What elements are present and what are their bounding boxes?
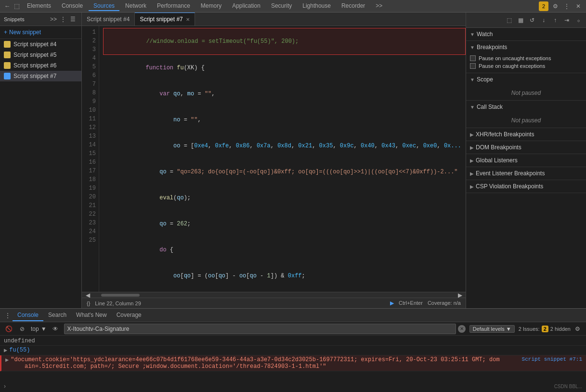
split-pane-icon[interactable]: ⬚ — [504, 15, 514, 25]
console-input[interactable] — [9, 382, 551, 391]
right-panel: ⬚ ▦ ↺ ↓ ↑ ⇥ ⬦ ▼ Watch ▼ Breakpoints — [466, 13, 586, 308]
step-out-icon[interactable]: ⇥ — [562, 15, 572, 25]
console-tab-whatsnew[interactable]: What's New — [71, 310, 112, 321]
snippet-item-4[interactable]: Script snippet #4 — [0, 39, 81, 50]
tab-application[interactable]: Application — [227, 1, 265, 11]
new-snippet-button[interactable]: + New snippet — [0, 26, 81, 39]
context-dropdown-icon[interactable]: ▼ — [41, 326, 47, 332]
tab-more[interactable]: >> — [371, 1, 387, 11]
scope-not-paused: Not paused — [466, 86, 586, 100]
tab-recorder[interactable]: Recorder — [337, 1, 370, 11]
console-output: undefined ▶ fu(55) ▶ "document.cookie='h… — [0, 336, 586, 380]
customize-icon[interactable]: ⋮ — [562, 1, 572, 11]
issues-text: 2 Issues: — [519, 326, 540, 332]
snippet-item-5[interactable]: Script snippet #5 — [0, 50, 81, 60]
pause-uncaught-row: Pause on uncaught exceptions — [470, 55, 582, 61]
pause-uncaught-label: Pause on uncaught exceptions — [479, 55, 551, 61]
breakpoints-header[interactable]: ▼ Breakpoints — [466, 41, 586, 53]
settings-console-icon[interactable]: ⚙ — [573, 324, 582, 334]
deactivate-icon[interactable]: ⬦ — [573, 15, 583, 25]
step-into-icon[interactable]: ↑ — [550, 15, 560, 25]
resume-icon[interactable]: ↺ — [527, 15, 537, 25]
cookie-text: "document.cookie='https_ydclearance=4ee6… — [11, 356, 520, 370]
call-stack-chevron: ▼ — [470, 105, 475, 110]
csp-header[interactable]: ▶ CSP Violation Breakpoints — [466, 180, 586, 193]
close-icon[interactable]: ✕ — [573, 1, 583, 11]
code-line-7: eval(qo); — [103, 185, 466, 211]
xhr-breakpoints-section: ▶ XHR/fetch Breakpoints — [466, 128, 586, 141]
event-chevron: ▶ — [470, 171, 474, 176]
pause-uncaught-checkbox[interactable] — [470, 55, 476, 61]
clear-console-icon[interactable]: 🚫 — [4, 324, 13, 334]
snippet-name-6: Script snippet #6 — [13, 62, 56, 69]
sidebar-toggle-icon[interactable]: ☰ — [68, 14, 78, 24]
step-over-icon[interactable]: ↓ — [539, 15, 548, 25]
scroll-thumb-h[interactable] — [101, 294, 140, 297]
snippet-item-6[interactable]: Script snippet #6 — [0, 60, 81, 71]
settings-icon[interactable]: ⚙ — [550, 1, 560, 11]
code-line-9: do { — [103, 237, 466, 263]
filter-input-container: ✕ — [64, 324, 466, 334]
tab-performance[interactable]: Performance — [152, 1, 195, 11]
breakpoints-options: Pause on uncaught exceptions Pause on ca… — [466, 53, 586, 73]
code-line-4: no = "", — [103, 107, 466, 133]
right-panel-toolbar: ⬚ ▦ ↺ ↓ ↑ ⇥ ⬦ — [466, 13, 586, 28]
main-layout: Snippets >> ⋮ ☰ + New snippet Script sni… — [0, 13, 586, 392]
new-snippet-label: New snippet — [9, 29, 41, 36]
console-tab-coverage[interactable]: Coverage — [112, 310, 146, 321]
snippet-icon-7 — [4, 73, 11, 79]
console-tab-search[interactable]: Search — [43, 310, 71, 321]
event-listener-header[interactable]: ▶ Event Listener Breakpoints — [466, 167, 586, 180]
xhr-breakpoints-header[interactable]: ▶ XHR/fetch Breakpoints — [466, 128, 586, 141]
inspect-icon[interactable]: ⬚ — [13, 2, 21, 11]
issues-icon[interactable]: 2 — [539, 1, 548, 11]
console-filter-input[interactable] — [64, 324, 456, 334]
clear-filter-btn[interactable]: ✕ — [458, 325, 466, 333]
console-menu-icon[interactable]: ⋮ — [3, 311, 13, 320]
layout-icon[interactable]: ▦ — [516, 15, 525, 25]
dom-chevron: ▶ — [470, 145, 474, 150]
console-line-cookie: ▶ "document.cookie='https_ydclearance=4e… — [0, 355, 586, 371]
editor-tab-4[interactable]: Script snippet #4 — [82, 13, 135, 26]
tab-console[interactable]: Console — [57, 1, 88, 11]
hidden-label: 2 hidden — [550, 326, 571, 332]
call-stack-header[interactable]: ▼ Call Stack — [466, 101, 586, 113]
run-icon[interactable]: ▶ — [390, 300, 394, 306]
watch-header[interactable]: ▼ Watch — [466, 28, 586, 40]
console-line-fu: ▶ fu(55) — [0, 346, 586, 355]
global-label: Global Listeners — [476, 157, 518, 164]
tab-elements[interactable]: Elements — [22, 1, 56, 11]
tab-sources[interactable]: Sources — [89, 1, 119, 11]
tab-security[interactable]: Security — [266, 1, 297, 11]
scope-header[interactable]: ▼ Scope — [466, 73, 586, 86]
snippet-name-4: Script snippet #4 — [13, 41, 56, 48]
console-area: ⋮ Console Search What's New Coverage 🚫 ⊘… — [0, 309, 586, 392]
horizontal-scrollbar[interactable]: ◀ ▶ — [82, 292, 466, 298]
breakpoints-chevron: ▼ — [470, 45, 475, 50]
pause-caught-checkbox[interactable] — [470, 63, 476, 69]
devtools-top-panel: Snippets >> ⋮ ☰ + New snippet Script sni… — [0, 13, 586, 309]
sidebar-more-icon[interactable]: >> — [49, 14, 58, 24]
console-prompt: › — [4, 383, 6, 390]
filter-icon[interactable]: ⊘ — [17, 324, 27, 334]
sidebar-menu-icon[interactable]: ⋮ — [58, 14, 68, 24]
code-editor[interactable]: //window.onload = setTimeout("fu(55)", 2… — [99, 26, 466, 292]
snippet-item-7[interactable]: Script snippet #7 — [0, 71, 81, 81]
tab-close-icon[interactable]: ✕ — [186, 17, 190, 22]
tab-network[interactable]: Network — [120, 1, 151, 11]
default-levels-button[interactable]: Default levels ▼ — [469, 325, 515, 333]
code-line-1: //window.onload = setTimeout("fu(55)", 2… — [103, 28, 466, 55]
editor-tab-7[interactable]: Script snippet #7 ✕ — [135, 13, 195, 26]
snippet-link[interactable]: Script snippet #7:1 — [522, 356, 582, 362]
tab-lighthouse[interactable]: Lighthouse — [298, 1, 336, 11]
back-icon[interactable]: ← — [3, 2, 12, 11]
eye-icon[interactable]: 👁 — [51, 324, 60, 334]
dom-breakpoints-header[interactable]: ▶ DOM Breakpoints — [466, 141, 586, 154]
global-listeners-header[interactable]: ▶ Global Listeners — [466, 154, 586, 167]
code-line-10: oo[qo] = (oo[qo] - oo[qo - 1]) & 0xff; — [103, 263, 466, 289]
pause-caught-label: Pause on caught exceptions — [479, 63, 545, 69]
editor-tabs: Script snippet #4 Script snippet #7 ✕ — [82, 13, 466, 26]
levels-dropdown-icon: ▼ — [506, 326, 511, 332]
tab-memory[interactable]: Memory — [196, 1, 226, 11]
console-tab-console[interactable]: Console — [13, 310, 43, 321]
